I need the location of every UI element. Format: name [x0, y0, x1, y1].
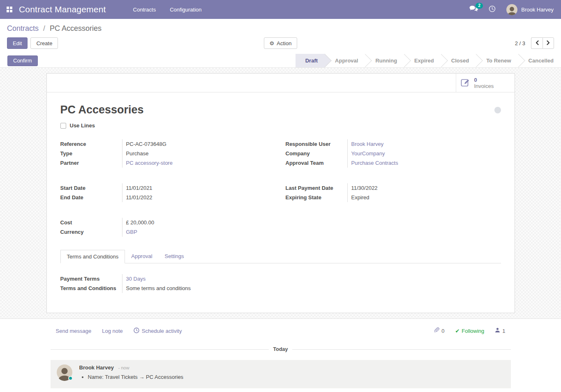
field-label-payment-terms: Payment Terms	[60, 274, 122, 284]
field-label-currency: Currency	[60, 227, 122, 237]
today-label: Today	[269, 346, 293, 352]
form-sheet: 0 Invoices PC Accessories Use Lines Refe…	[46, 73, 515, 313]
send-message-button[interactable]: Send message	[56, 328, 92, 334]
field-label-expiring-state: Expiring State	[286, 193, 348, 202]
gear-icon: ⚙	[270, 40, 275, 46]
followers-button[interactable]: 1	[495, 327, 505, 334]
field-label-responsible-user: Responsible User	[286, 139, 348, 149]
action-button-label: Action	[277, 40, 291, 46]
field-value-terms-and-conditions: Some terms and conditions	[122, 284, 276, 293]
attachments-button[interactable]: 0	[434, 327, 444, 334]
log-note-button[interactable]: Log note	[102, 328, 123, 334]
field-value-expiring-state: Expired	[348, 193, 501, 202]
field-label-partner: Partner	[60, 158, 122, 168]
pager-next-button[interactable]	[543, 37, 554, 49]
field-label-end-date: End Date	[60, 193, 122, 202]
chevron-left-icon	[535, 40, 539, 46]
user-avatar	[506, 4, 517, 15]
schedule-activity-label: Schedule activity	[142, 328, 182, 334]
status-step-draft[interactable]: Draft	[296, 54, 325, 67]
user-name: Brook Harvey	[521, 7, 554, 13]
pencil-square-icon	[460, 77, 470, 88]
field-value-approval-team-link[interactable]: Purchase Contracts	[351, 160, 398, 166]
field-value-currency-link[interactable]: GBP	[126, 229, 137, 235]
record-title: PC Accessories	[60, 104, 144, 116]
field-group-right: Responsible User Brook Harvey Company Yo…	[286, 139, 501, 168]
field-label-last-payment-date: Last Payment Date	[286, 183, 348, 193]
field-value-start-date: 11/01/2021	[122, 183, 276, 193]
field-value-reference: PC-AC-073648G	[122, 139, 276, 149]
chatter: Send message Log note Schedule activity	[0, 319, 561, 388]
status-steps: Draft Approval Running Expired Closed To…	[296, 54, 561, 67]
message-time: - now	[118, 365, 129, 370]
field-label-company: Company	[286, 149, 348, 158]
breadcrumb-parent-link[interactable]: Contracts	[7, 24, 39, 32]
tab-content-terms: Payment Terms 30 Days Terms and Conditio…	[60, 274, 501, 293]
field-group-terms: Payment Terms 30 Days Terms and Conditio…	[60, 274, 276, 293]
action-button[interactable]: ⚙ Action	[264, 37, 298, 49]
tab-terms-and-conditions[interactable]: Terms and Conditions	[60, 250, 125, 263]
apps-grid-icon	[7, 7, 12, 12]
apps-menu-button[interactable]	[0, 0, 19, 19]
paperclip-icon	[434, 327, 439, 334]
field-group-cost: Cost £ 20,000.00 Currency GBP	[60, 218, 276, 237]
field-label-start-date: Start Date	[60, 183, 122, 193]
attachments-count: 0	[441, 328, 444, 334]
create-button[interactable]: Create	[30, 37, 58, 49]
control-panel: Contracts / PC Accessories Edit Create ⚙…	[0, 19, 561, 54]
confirm-button[interactable]: Confirm	[7, 55, 38, 66]
field-value-partner-link[interactable]: PC accessory-store	[126, 160, 173, 166]
control-panel-buttons: Edit Create ⚙ Action 2 / 3	[7, 37, 554, 49]
messages-button[interactable]: 2	[466, 3, 481, 16]
breadcrumb-separator: /	[43, 24, 45, 32]
field-value-last-payment-date: 11/30/2022	[348, 183, 501, 193]
message-avatar	[57, 364, 72, 380]
field-label-reference: Reference	[60, 139, 122, 149]
statusbar: Confirm Draft Approval Running Expired C…	[0, 54, 561, 68]
field-value-cost: £ 20,000.00	[122, 218, 276, 227]
top-navbar: Contract Management Contracts Configurat…	[0, 0, 561, 19]
edit-button[interactable]: Edit	[7, 37, 28, 49]
menu-item-configuration[interactable]: Configuration	[168, 4, 203, 15]
field-value-responsible-user-link[interactable]: Brook Harvey	[351, 141, 384, 147]
field-group-dates-right: Last Payment Date 11/30/2022 Expiring St…	[286, 183, 501, 202]
pager-value: 2 / 3	[515, 40, 525, 46]
field-value-company-link[interactable]: YourCompany	[351, 150, 385, 157]
invoices-count: 0	[474, 77, 477, 83]
person-icon	[495, 327, 500, 334]
chatter-message: Brook Harvey - now Name: Travel Tickets …	[51, 360, 511, 388]
use-lines-checkbox[interactable]	[60, 123, 66, 129]
pager: 2 / 3	[515, 37, 554, 49]
menu-item-contracts[interactable]: Contracts	[132, 4, 158, 15]
field-label-type: Type	[60, 149, 122, 158]
breadcrumb: Contracts / PC Accessories	[7, 24, 554, 33]
notebook: Terms and Conditions Approval Settings P…	[60, 250, 501, 293]
activities-button[interactable]	[485, 3, 499, 16]
kanban-state-circle[interactable]	[494, 107, 501, 113]
user-menu[interactable]: Brook Harvey	[503, 2, 557, 17]
field-value-payment-terms-link[interactable]: 30 Days	[126, 276, 146, 282]
field-group-left: Reference PC-AC-073648G Type Purchase Pa…	[60, 139, 276, 168]
following-button[interactable]: ✔ Following	[455, 328, 484, 334]
app-title[interactable]: Contract Management	[19, 5, 106, 14]
field-value-end-date: 11/01/2022	[122, 193, 276, 202]
use-lines-label: Use Lines	[70, 122, 95, 129]
invoices-stat-button[interactable]: 0 Invoices	[456, 74, 515, 92]
schedule-activity-button[interactable]: Schedule activity	[134, 327, 182, 334]
main-menu: Contracts Configuration	[132, 4, 203, 15]
messages-count-badge: 2	[476, 3, 483, 9]
online-status-dot	[68, 376, 73, 380]
form-view-background: 0 Invoices PC Accessories Use Lines Refe…	[0, 68, 561, 319]
field-label-terms-and-conditions: Terms and Conditions	[60, 284, 122, 293]
tab-settings[interactable]: Settings	[159, 250, 190, 263]
pager-previous-button[interactable]	[531, 37, 543, 49]
field-label-cost: Cost	[60, 218, 122, 227]
tracking-change-item: Name: Travel Tickets → PC Accessories	[88, 374, 184, 380]
clock-icon	[134, 327, 139, 334]
message-author[interactable]: Brook Harvey	[79, 364, 114, 371]
button-box: 0 Invoices	[47, 74, 515, 92]
tab-approval[interactable]: Approval	[125, 250, 158, 263]
clock-icon	[489, 5, 496, 14]
followers-count: 1	[502, 328, 505, 334]
breadcrumb-current: PC Accessories	[50, 24, 102, 32]
